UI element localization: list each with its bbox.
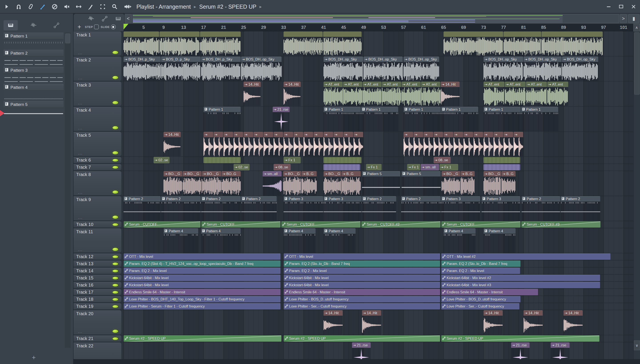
clip[interactable]: ⇥B..G (461, 171, 475, 196)
clip[interactable]: ⇥ (224, 132, 233, 156)
clip[interactable]: ⇥ (203, 132, 213, 156)
track-options[interactable]: ... (78, 50, 83, 55)
track-lane[interactable] (124, 31, 633, 56)
paint-brush-icon[interactable] (38, 2, 47, 11)
clip[interactable]: ⇥AT..ent (526, 82, 547, 106)
track-name-block[interactable]: Track 19 (74, 303, 121, 310)
clip[interactable]: ⇥Fx 1 (440, 164, 458, 170)
slide-toggle[interactable] (111, 24, 116, 29)
magnet-icon[interactable] (14, 2, 23, 11)
clip[interactable]: Param. EQ 2 (Slot 4) - T_HV2_124_voc..op… (124, 260, 281, 267)
close-button[interactable] (630, 3, 637, 10)
step-toggle[interactable] (94, 24, 99, 29)
breadcrumb-target[interactable]: Serum #2 - SPEED UP (199, 4, 257, 10)
clip[interactable]: ⇥14..Hit (244, 82, 261, 106)
clip[interactable] (484, 164, 520, 170)
clip[interactable]: Serum - CUTOFF #3 (521, 221, 601, 228)
clip[interactable]: Pattern 1 (324, 107, 361, 131)
track-mute-led[interactable] (112, 247, 119, 252)
zoom-handle-button[interactable]: ▮ (628, 14, 639, 23)
clip[interactable]: ⇥14..Hit (284, 82, 301, 106)
clip[interactable]: ⇥BOS_DH..p_Sky (201, 56, 241, 81)
clip[interactable]: ⇥14..Hit (484, 310, 503, 335)
playback-speaker-icon[interactable] (124, 2, 133, 11)
track-lane[interactable]: Param. EQ 2 - Mix levelParam. EQ 2 - Mix… (124, 268, 633, 274)
add-track-button[interactable]: + (76, 23, 83, 30)
track-lane[interactable]: ⇥14..Hit⇥⇥⇥⇥⇥⇥⇥⇥⇥⇥⇥⇥⇥⇥⇥⇥⇥⇥⇥⇥⇥⇥⇥⇥⇥⇥⇥⇥ (124, 132, 633, 156)
track-mute-led[interactable] (112, 100, 119, 105)
clip[interactable]: Param. EQ 2 (Slo..lo_Db - Band 7 freq (441, 260, 521, 267)
overview-minimap[interactable] (133, 14, 619, 23)
clip[interactable]: Pattern 4 (163, 228, 198, 253)
clip[interactable]: ⇥14..Hit (324, 310, 343, 335)
clip[interactable]: Pattern 3 (441, 196, 480, 220)
clip[interactable] (159, 32, 199, 56)
clip[interactable]: ⇥BOS_DH..op_Sky (364, 56, 403, 81)
clip[interactable]: ⇥ (244, 132, 253, 156)
clip[interactable]: ⇥BO.._G (442, 171, 460, 196)
clip[interactable]: ⇥08..se (274, 164, 291, 170)
clip[interactable]: OTT - Mix level (284, 254, 440, 260)
clip[interactable]: Pattern 4 (444, 228, 476, 253)
clip[interactable]: ⇥14..Hit (362, 310, 381, 335)
no-entry-icon[interactable] (50, 2, 59, 11)
magnifier-icon[interactable] (110, 2, 119, 11)
track-name-block[interactable]: Track 20... (74, 310, 121, 334)
clip[interactable]: Pattern 4 (324, 228, 356, 253)
clip[interactable] (484, 157, 520, 163)
clip[interactable]: Kickstart-64bit - Mix level #2 (441, 275, 600, 281)
track-lane[interactable]: Param. EQ 2 (Slot 4) - T_HV2_124_voc..op… (124, 260, 633, 267)
track-lane[interactable]: ⇥BO.._G⇥BO.._G⇥BO.._G⇥BO..G⇥sm..all⇥BO..… (124, 171, 633, 196)
clip[interactable]: Love Philter - Ser..- Cutoff frequency (284, 303, 440, 310)
clip[interactable]: ⇥BOS_DH..op_Sky (403, 56, 439, 81)
track-name-block[interactable]: Track 18 (74, 296, 121, 302)
clip[interactable]: ⇥BO..G (222, 171, 241, 196)
clip[interactable]: ⇥AT..ent (363, 82, 382, 106)
clip[interactable]: Pattern 4 (284, 228, 316, 253)
clip[interactable]: Param. EQ 2 (Slo..lo_Db - Band 7 freq (284, 260, 440, 267)
clip[interactable]: ⇥ (474, 132, 483, 156)
track-name-block[interactable]: Track 6 (74, 157, 121, 163)
breadcrumb-playlist[interactable]: Playlist - Arrangement (136, 4, 191, 10)
track-name-block[interactable]: Track 11... (74, 228, 121, 252)
clip[interactable] (203, 157, 241, 163)
pen-icon[interactable] (86, 2, 95, 11)
clip[interactable]: ⇥ (354, 132, 363, 156)
menu-arrow-icon[interactable] (2, 2, 11, 11)
track-lane[interactable]: Kickstart-64bit - Mix levelKickstart-64b… (124, 274, 633, 282)
clip[interactable]: Kickstart-64bit - Mix level #3 (441, 282, 600, 288)
track-mute-led[interactable] (112, 126, 119, 130)
clip[interactable]: Serum #2 - SPEED UP (441, 335, 600, 342)
clip[interactable]: ⇥21..rse (273, 107, 290, 131)
clip[interactable]: Serum #2 - SPEED UP (124, 335, 282, 342)
clip[interactable]: Pattern 2 (201, 196, 241, 220)
track-name-block[interactable]: Track 2... (74, 56, 121, 81)
track-options[interactable]: ... (78, 151, 83, 156)
clip[interactable]: ⇥ (314, 132, 323, 156)
clip[interactable]: Love Philter - Ser..- Cutoff frequency (441, 303, 520, 310)
clip[interactable]: Pattern 3 (482, 196, 520, 220)
clip[interactable]: ⇥ (214, 132, 223, 156)
track-name-block[interactable]: Track 1... (74, 32, 121, 56)
clip[interactable]: Pattern 3 (324, 196, 362, 220)
clip[interactable]: ⇥BO.._G (183, 171, 202, 196)
scroll-thumb[interactable] (634, 32, 639, 94)
track-name-block[interactable]: Track 12 (74, 254, 121, 260)
track-lane[interactable]: ⇥02..se⇥08..se⇥Fx 1⇥Fx 1⇥sm..all⇥Fx 1 (124, 164, 633, 171)
clip[interactable]: ⇥02..se (154, 157, 169, 163)
track-lane[interactable]: Pattern 1⇥21..rsePattern 1Pattern 1Patte… (124, 106, 633, 132)
clip[interactable]: ⇥BO.._G (324, 171, 341, 196)
stretch-arrows-icon[interactable] (74, 2, 83, 11)
track-mute-led[interactable] (112, 329, 119, 333)
scroll-down-button[interactable]: ∨ (634, 340, 640, 350)
clip[interactable]: ⇥ (504, 132, 513, 156)
clip[interactable]: ⇥AT..ent (421, 82, 440, 106)
clip[interactable]: ⇥ (234, 132, 243, 156)
pattern-item[interactable]: Pattern 4 (4, 84, 64, 100)
track-lane[interactable]: ⇥14..Hit⇥14..Hit⇥AT..ent⇥AT..ent⇥AT..ent… (124, 82, 633, 106)
clip[interactable]: Serum - CUTOFF #2 (361, 221, 441, 228)
clip[interactable]: Serum - CUTOFF (281, 221, 361, 228)
clip[interactable]: Serum - CUTOFF (441, 221, 521, 228)
track-mute-led[interactable] (112, 290, 119, 294)
clip[interactable]: Param. EQ 2 - Mix level (284, 268, 440, 274)
